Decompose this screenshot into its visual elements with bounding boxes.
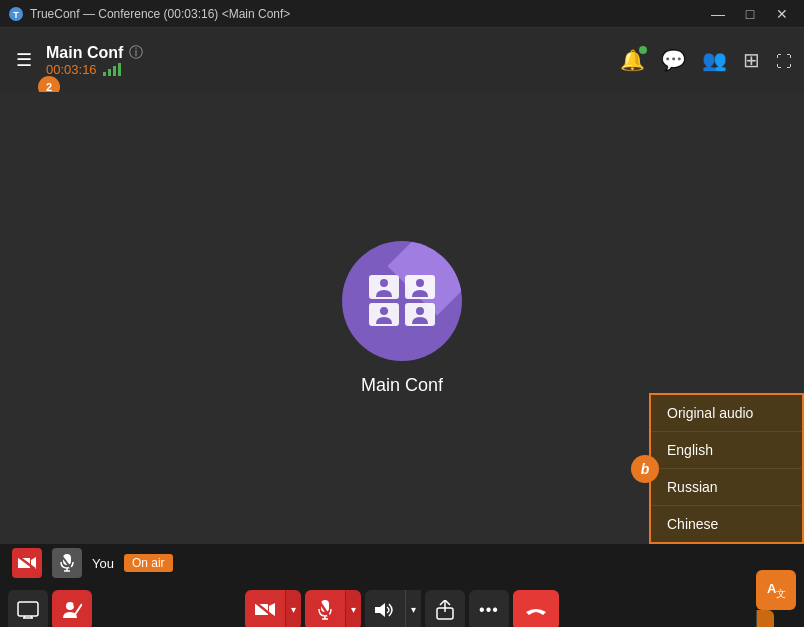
screen-icon [17, 601, 39, 619]
svg-text:文: 文 [776, 588, 786, 599]
conference-name: Main Conf [46, 44, 123, 62]
signal-bar-3 [113, 66, 116, 76]
conf-timer-row: 00:03:16 [46, 62, 143, 77]
language-dropdown: b Original audio English Russian Chinese [649, 393, 804, 544]
control-bar: ▾ ▾ ▾ [0, 582, 804, 627]
camera-off-icon-main [255, 602, 275, 618]
local-cam-off-button[interactable] [12, 548, 42, 578]
svg-point-21 [66, 602, 74, 610]
lang-option-original[interactable]: Original audio [651, 395, 802, 432]
mic-off-icon [60, 554, 74, 572]
local-mic-off-button[interactable] [52, 548, 82, 578]
mic-off-icon-main [318, 600, 332, 620]
share-button[interactable] [425, 590, 465, 628]
you-label: You [92, 556, 114, 571]
bottom-strip: You On air b Original audio English Russ… [0, 544, 804, 582]
header-bar: ☰ 2 Main Conf ⓘ 00:03:16 🔔 [0, 28, 804, 92]
person-slash-icon [62, 600, 82, 620]
menu-button[interactable]: ☰ [12, 45, 36, 75]
b-indicator: b [631, 455, 659, 483]
header-right: 🔔 💬 👥 ⊞ ⛶ [620, 48, 792, 72]
layout-icon: ⊞ [743, 49, 760, 71]
maximize-button[interactable]: □ [736, 4, 764, 24]
svg-rect-17 [18, 602, 38, 616]
close-button[interactable]: ✕ [768, 4, 796, 24]
on-air-badge: On air [124, 554, 173, 572]
end-call-button[interactable] [513, 590, 559, 628]
camera-control-group: ▾ [245, 590, 301, 628]
fullscreen-icon: ⛶ [776, 53, 792, 70]
titlebar-left: T TrueConf — Conference (00:03:16) <Main… [8, 6, 290, 22]
more-icon: ••• [479, 601, 499, 619]
camera-toggle-button[interactable] [245, 590, 285, 628]
conf-name-row: Main Conf ⓘ [46, 44, 143, 62]
notification-dot [639, 46, 647, 54]
svg-point-7 [416, 279, 424, 287]
svg-point-9 [416, 307, 424, 315]
conference-timer: 00:03:16 [46, 62, 97, 77]
layout-button[interactable]: ⊞ [743, 48, 760, 72]
fullscreen-button[interactable]: ⛶ [776, 49, 792, 72]
control-right: A 文 a ▾ [756, 570, 796, 628]
translate-dropdown-button[interactable]: ▾ [756, 610, 774, 628]
lang-option-english[interactable]: English [651, 432, 802, 469]
translate-button[interactable]: A 文 [756, 570, 796, 610]
volume-control-group: ▾ [365, 590, 421, 628]
header-left: ☰ 2 Main Conf ⓘ 00:03:16 [12, 44, 143, 77]
participants-icon: 👥 [702, 49, 727, 71]
lang-option-russian[interactable]: Russian [651, 469, 802, 506]
share-icon [435, 600, 455, 620]
control-center: ▾ ▾ ▾ [245, 590, 559, 628]
camera-off-icon [18, 556, 36, 570]
conference-avatar: Main Conf [342, 241, 462, 396]
mic-toggle-button[interactable] [305, 590, 345, 628]
app-icon: T [8, 6, 24, 22]
control-left [8, 590, 92, 628]
notification-button[interactable]: 🔔 [620, 48, 645, 72]
unknown-left-button-2[interactable] [52, 590, 92, 628]
end-call-icon [524, 602, 548, 618]
volume-icon [375, 601, 395, 619]
titlebar-title: TrueConf — Conference (00:03:16) <Main C… [30, 7, 290, 21]
titlebar-controls: — □ ✕ [704, 4, 796, 24]
volume-dropdown-button[interactable]: ▾ [405, 590, 421, 628]
lang-option-chinese[interactable]: Chinese [651, 506, 802, 542]
unknown-left-button-1[interactable] [8, 590, 48, 628]
volume-button[interactable] [365, 590, 405, 628]
signal-bar-2 [108, 69, 111, 76]
conf-info: Main Conf ⓘ 00:03:16 [46, 44, 143, 77]
more-button[interactable]: ••• [469, 590, 509, 628]
chat-icon: 💬 [661, 49, 686, 71]
participants-button[interactable]: 👥 [702, 48, 727, 72]
signal-bar-1 [103, 72, 106, 76]
mic-dropdown-button[interactable]: ▾ [345, 590, 361, 628]
svg-marker-31 [375, 603, 385, 617]
menu-icon: ☰ [16, 50, 32, 70]
info-icon[interactable]: ⓘ [129, 44, 143, 62]
svg-point-6 [380, 279, 388, 287]
signal-bars [103, 62, 121, 76]
camera-dropdown-button[interactable]: ▾ [285, 590, 301, 628]
translate-button-wrapper: A 文 a ▾ [756, 570, 796, 628]
translate-icon: A 文 [765, 579, 787, 601]
signal-bar-4 [118, 63, 121, 76]
avatar-circle [342, 241, 462, 361]
conference-label: Main Conf [361, 375, 443, 396]
svg-point-8 [380, 307, 388, 315]
svg-text:T: T [13, 10, 19, 20]
minimize-button[interactable]: — [704, 4, 732, 24]
mic-control-group: ▾ [305, 590, 361, 628]
chat-button[interactable]: 💬 [661, 48, 686, 72]
conference-grid-icon [367, 273, 437, 328]
title-bar: T TrueConf — Conference (00:03:16) <Main… [0, 0, 804, 28]
